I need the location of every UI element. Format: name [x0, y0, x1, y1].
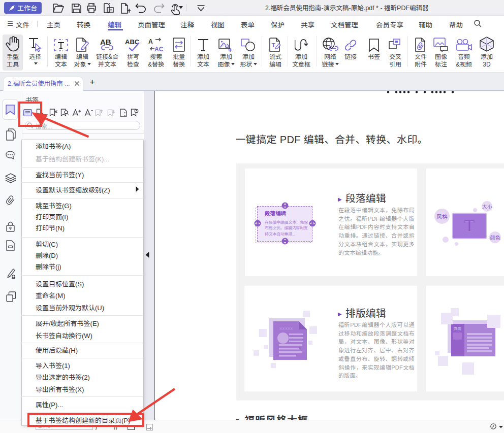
- svg-text:AB: AB: [100, 38, 111, 46]
- svg-text:A: A: [148, 38, 153, 45]
- svg-text:XXXXX: XXXXX: [279, 326, 293, 331]
- svg-text:T: T: [272, 42, 275, 48]
- svg-text:页面: 页面: [453, 325, 461, 331]
